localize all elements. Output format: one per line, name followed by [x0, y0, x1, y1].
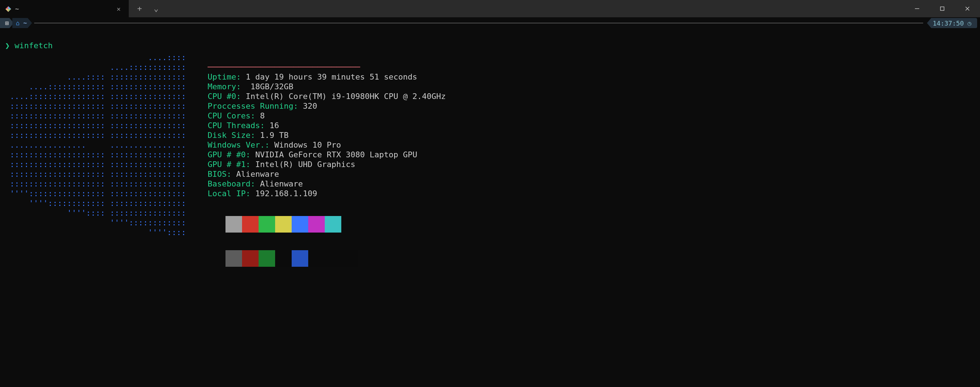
info-label: Baseboard: — [207, 179, 255, 188]
info-label: Disk Size: — [207, 131, 255, 140]
info-label: GPU # #1: — [207, 160, 250, 169]
titlebar: ~ ✕ + ⌄ — [0, 0, 980, 17]
info-label: Local IP: — [207, 189, 250, 198]
info-value: Intel(R) UHD Graphics — [251, 160, 355, 169]
info-line: GPU # #1: Intel(R) UHD Graphics — [207, 160, 445, 169]
breadcrumb: ⊞ ⌂ ~ — [0, 18, 30, 28]
tab-title: ~ — [15, 5, 110, 13]
info-value: 320 — [298, 102, 317, 110]
tab-controls: + ⌄ — [129, 0, 167, 17]
info-label: CPU Threads: — [207, 121, 265, 130]
home-icon: ⌂ — [16, 19, 19, 27]
tab-icon — [5, 6, 11, 12]
minimize-button[interactable] — [904, 0, 930, 17]
color-swatch — [259, 250, 275, 267]
svg-marker-3 — [5, 9, 8, 12]
color-swatches-row1 — [226, 216, 445, 233]
info-line: Disk Size: 1.9 TB — [207, 130, 445, 140]
info-value: 8 — [255, 111, 265, 120]
info-line: Windows Ver.: Windows 10 Pro — [207, 140, 445, 150]
info-separator: ──────────────────────────────── — [207, 62, 360, 72]
breadcrumb-home[interactable]: ⌂ ~ — [12, 18, 32, 28]
color-swatch — [275, 250, 292, 267]
info-line: CPU #0: Intel(R) Core(TM) i9-10980HK CPU… — [207, 91, 445, 101]
info-value: Intel(R) Core(TM) i9-10980HK CPU @ 2.40G… — [241, 92, 446, 101]
info-line: CPU Threads: 16 — [207, 121, 445, 130]
window-controls — [904, 0, 980, 17]
info-label: Memory: — [207, 82, 241, 91]
color-swatch — [325, 216, 341, 233]
info-label: CPU Cores: — [207, 111, 255, 120]
prompt-command: winfetch — [15, 41, 53, 50]
info-line: CPU Cores: 8 — [207, 111, 445, 121]
close-tab-button[interactable]: ✕ — [114, 5, 124, 13]
color-swatch — [341, 250, 358, 267]
clock-icon: ◷ — [967, 19, 971, 27]
maximize-button[interactable] — [930, 0, 955, 17]
info-line: GPU # #0: NVIDIA GeForce RTX 3080 Laptop… — [207, 150, 445, 160]
strip-divider — [34, 23, 923, 23]
info-value: Alienware — [255, 179, 303, 188]
svg-marker-2 — [8, 9, 11, 12]
color-swatches-row2 — [226, 250, 445, 267]
breadcrumb-path: ~ — [23, 19, 27, 27]
color-swatch — [308, 250, 325, 267]
windows-icon: ⊞ — [5, 19, 9, 27]
color-swatch — [308, 216, 325, 233]
color-swatch — [259, 216, 275, 233]
color-swatch — [292, 216, 308, 233]
color-swatch — [275, 216, 292, 233]
color-swatch — [242, 216, 259, 233]
status-strip: ⊞ ⌂ ~ 14:37:50 ◷ — [0, 17, 980, 29]
svg-rect-5 — [940, 7, 944, 10]
info-label: CPU #0: — [207, 92, 241, 101]
info-label: GPU # #0: — [207, 150, 250, 159]
info-value: NVIDIA GeForce RTX 3080 Laptop GPU — [251, 150, 418, 159]
color-swatch — [341, 216, 358, 233]
info-lines: Uptime: 1 day 19 hours 39 minutes 51 sec… — [207, 72, 445, 198]
info-line: Uptime: 1 day 19 hours 39 minutes 51 sec… — [207, 72, 445, 82]
clock: 14:37:50 ◷ — [927, 18, 977, 28]
info-value: 1 day 19 hours 39 minutes 51 seconds — [241, 72, 417, 82]
color-swatch — [226, 216, 242, 233]
info-line: Proccesses Running: 320 — [207, 101, 445, 111]
breadcrumb-os-icon[interactable]: ⊞ — [0, 18, 14, 28]
terminal-tab[interactable]: ~ ✕ — [0, 0, 129, 17]
info-value: 1.9 TB — [255, 131, 289, 140]
info-line: BIOS: Alienware — [207, 169, 445, 179]
new-tab-button[interactable]: + — [135, 5, 145, 13]
info-value: 18GB/32GB — [241, 82, 293, 91]
info-value: 192.168.1.109 — [251, 189, 317, 198]
info-line: Memory: 18GB/32GB — [207, 82, 445, 91]
info-label: Windows Ver.: — [207, 141, 269, 149]
color-swatch — [325, 250, 341, 267]
info-line: Baseboard: Alienware — [207, 179, 445, 189]
system-info: ──────────────────────────────── Uptime:… — [207, 53, 445, 277]
info-value: 16 — [265, 121, 279, 130]
close-window-button[interactable] — [955, 0, 980, 17]
ascii-logo: ....:::: ....:::::::::::: ....:::: :::::… — [5, 53, 186, 237]
info-label: Proccesses Running: — [207, 102, 298, 110]
clock-time: 14:37:50 — [932, 19, 964, 27]
prompt: ❯ winfetch — [5, 41, 52, 50]
info-line: Local IP: 192.168.1.109 — [207, 189, 445, 198]
info-label: BIOS: — [207, 170, 231, 179]
color-swatch — [226, 250, 242, 267]
terminal-output[interactable]: ❯ winfetch ....:::: ....:::::::::::: ...… — [0, 29, 980, 303]
svg-marker-1 — [8, 6, 11, 9]
color-swatch — [242, 250, 259, 267]
info-value: Alienware — [232, 170, 279, 179]
info-label: Uptime: — [207, 72, 241, 82]
info-value: Windows 10 Pro — [270, 141, 341, 149]
tab-dropdown-button[interactable]: ⌄ — [151, 5, 161, 13]
color-swatch — [292, 250, 308, 267]
